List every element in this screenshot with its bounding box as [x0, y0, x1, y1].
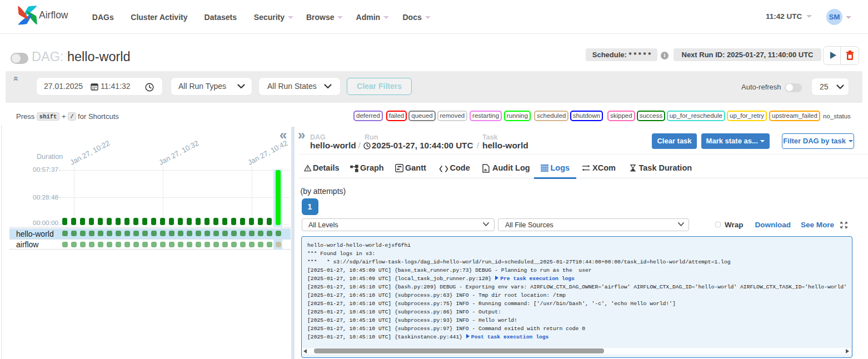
svg-text:a: a [484, 167, 487, 172]
